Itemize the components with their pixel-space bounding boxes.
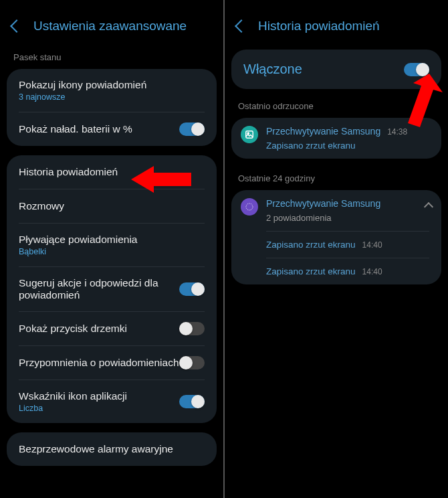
toggle-suggest[interactable]	[179, 282, 205, 296]
header: Historia powiadomień	[225, 0, 448, 47]
page-title: Historia powiadomień	[258, 19, 380, 33]
svg-point-2	[247, 133, 249, 134]
screen-notification-history: Historia powiadomień Włączone Ostatnio o…	[225, 0, 448, 498]
card-wireless: Bezprzewodowe alarmy awaryjne	[7, 432, 217, 466]
toggle-reminders[interactable]	[179, 356, 205, 369]
row-title: Pokazuj ikony powiadomień	[19, 79, 146, 91]
row-title: Sugeruj akcje i odpowiedzi dla powiadomi…	[19, 277, 173, 301]
notif-count: 2 powiadomienia	[266, 213, 417, 223]
row-suggest[interactable]: Sugeruj akcje i odpowiedzi dla powiadomi…	[7, 267, 217, 311]
row-title: Bezprzewodowe alarmy awaryjne	[19, 443, 173, 455]
notif-time: 14:40	[362, 267, 382, 276]
notification-item[interactable]: Przechwytywanie Samsung 14:38 Zapisano z…	[231, 118, 441, 159]
app-icon	[241, 198, 258, 216]
row-sub: Bąbelki	[19, 247, 138, 256]
card-last-24h: Przechwytywanie Samsung 2 powiadomienia …	[231, 190, 441, 284]
row-show-icons[interactable]: Pokazuj ikony powiadomień 3 najnowsze	[7, 69, 217, 112]
card-notifications: Historia powiadomień Rozmowy Pływające p…	[7, 155, 217, 423]
row-wireless-alerts[interactable]: Bezprzewodowe alarmy awaryjne	[7, 432, 217, 466]
screen-advanced-settings: Ustawienia zaawansowane Pasek stanu Poka…	[0, 0, 223, 498]
section-label-statusbar: Pasek stanu	[0, 47, 223, 66]
row-title: Pokaż przycisk drzemki	[19, 323, 127, 335]
notif-message: Zapisano zrzut ekranu	[266, 141, 432, 151]
header: Ustawienia zaawansowane	[0, 0, 223, 47]
row-reminders[interactable]: Przypomnienia o powiadomieniach	[7, 346, 217, 380]
row-title: Pokaż naład. baterii w %	[19, 123, 132, 135]
back-icon[interactable]	[235, 19, 248, 33]
notification-subitem[interactable]: Zapisano zrzut ekranu 14:40	[231, 232, 441, 258]
toggle-battery[interactable]	[179, 122, 205, 136]
row-enabled[interactable]: Włączone	[231, 50, 441, 89]
notif-time: 14:38	[387, 127, 407, 137]
row-title: Rozmowy	[19, 200, 64, 212]
toggle-snooze[interactable]	[179, 322, 205, 335]
toggle-enabled[interactable]	[404, 63, 429, 76]
notif-message: Zapisano zrzut ekranu	[266, 266, 356, 276]
row-floating[interactable]: Pływające powiadomienia Bąbelki	[7, 224, 217, 266]
toggle-badges[interactable]	[179, 395, 205, 408]
row-snooze[interactable]: Pokaż przycisk drzemki	[7, 312, 217, 345]
card-enabled: Włączone	[231, 50, 441, 89]
card-recent-dismissed: Przechwytywanie Samsung 14:38 Zapisano z…	[231, 118, 441, 159]
notif-time: 14:40	[362, 240, 382, 250]
row-notification-history[interactable]: Historia powiadomień	[7, 155, 217, 189]
back-icon[interactable]	[10, 19, 23, 33]
row-title: Pływające powiadomienia	[19, 234, 138, 246]
enabled-label: Włączone	[243, 62, 302, 77]
notif-app-name: Przechwytywanie Samsung	[266, 198, 417, 209]
notification-group[interactable]: Przechwytywanie Samsung 2 powiadomienia	[231, 190, 441, 231]
chevron-up-icon[interactable]	[424, 202, 433, 212]
row-title: Przypomnienia o powiadomieniach	[19, 357, 179, 369]
section-label-last-24h: Ostatnie 24 godziny	[225, 168, 448, 187]
notif-message: Zapisano zrzut ekranu	[266, 240, 356, 250]
card-statusbar: Pokazuj ikony powiadomień 3 najnowsze Po…	[7, 69, 217, 146]
notification-subitem[interactable]: Zapisano zrzut ekranu 14:40	[231, 258, 441, 284]
svg-rect-1	[246, 131, 253, 139]
row-title: Historia powiadomień	[19, 166, 118, 178]
row-title: Wskaźniki ikon aplikacji	[19, 390, 127, 402]
page-title: Ustawienia zaawansowane	[33, 19, 187, 33]
notif-app-name: Przechwytywanie Samsung	[266, 126, 380, 137]
row-battery-percent[interactable]: Pokaż naład. baterii w %	[7, 112, 217, 146]
row-sub: 3 najnowsze	[19, 92, 146, 102]
row-sub: Liczba	[19, 404, 127, 413]
app-icon	[241, 126, 258, 143]
svg-point-3	[246, 203, 253, 210]
row-badges[interactable]: Wskaźniki ikon aplikacji Liczba	[7, 380, 217, 423]
section-label-recent-dismissed: Ostatnio odrzucone	[225, 96, 448, 115]
row-conversations[interactable]: Rozmowy	[7, 189, 217, 223]
